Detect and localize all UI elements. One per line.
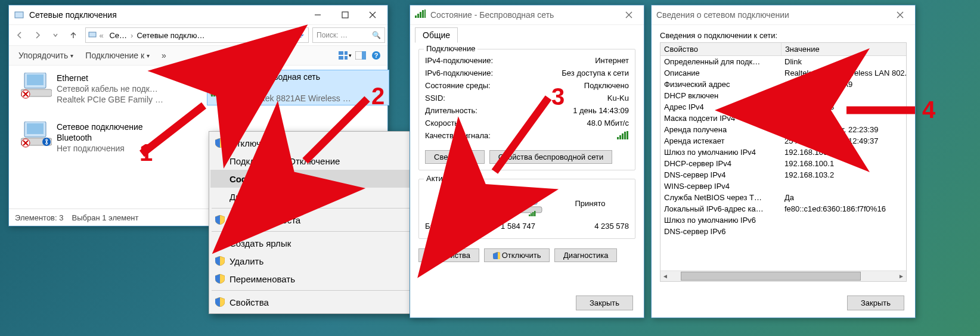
menu-disable[interactable]: Отключить	[210, 134, 431, 152]
disconnected-x-icon	[21, 89, 30, 99]
maximize-button[interactable]	[331, 6, 359, 24]
col-value[interactable]: Значение	[781, 43, 906, 55]
prop-value: Да	[781, 192, 906, 203]
adapter-icon	[21, 122, 52, 147]
close-button[interactable]	[359, 6, 386, 24]
diagnostics-button[interactable]: Диагностика	[554, 248, 617, 262]
prop-value: Dlink	[781, 56, 906, 67]
prop-value: 192.168.100.1	[781, 147, 906, 158]
connection-item-ethernet[interactable]: Ethernet Сетевой кабель не подк… Realtek…	[18, 71, 202, 106]
organize-menu[interactable]: Упорядочить▾	[14, 48, 78, 63]
prop-key: Маска подсети IPv4	[660, 113, 781, 124]
table-row[interactable]: DNS-сервер IPv6	[660, 226, 906, 237]
wireless-properties-button[interactable]: Свойства беспроводной сети	[489, 150, 612, 164]
col-property[interactable]: Свойство	[660, 43, 781, 55]
prop-key: Описание	[660, 67, 781, 79]
close-button[interactable]	[886, 6, 914, 24]
signal-bars-icon	[415, 10, 426, 20]
menu-rename[interactable]: Переименовать	[210, 270, 431, 288]
prop-value: 255.255.255.0	[781, 113, 906, 124]
close-button[interactable]	[615, 6, 643, 24]
refresh-icon[interactable]: ⟳	[297, 31, 304, 40]
table-row[interactable]: Определенный для подк…Dlink	[660, 56, 906, 67]
table-row[interactable]: ОписаниеRealtek 8821AE Wireless LAN 802.…	[660, 67, 906, 79]
horizontal-scrollbar[interactable]: ◄ ►	[660, 270, 906, 281]
prop-value: Да	[781, 90, 906, 101]
shield-icon	[215, 297, 225, 307]
table-row[interactable]: Маска подсети IPv4255.255.255.0	[660, 113, 906, 124]
menu-bridge[interactable]: Настройка моста	[210, 211, 431, 229]
table-row[interactable]: Шлюз по умолчанию IPv6	[660, 214, 906, 226]
action-buttons: Свойства Отключить Диагностика	[418, 247, 635, 262]
item-status: Сетевой кабель не подк…	[57, 83, 163, 94]
chevron-down-icon[interactable]: ˅	[291, 31, 295, 40]
overflow-menu[interactable]: »	[157, 48, 171, 63]
svg-rect-10	[342, 12, 348, 18]
titlebar[interactable]: Состояние - Беспроводная сеть	[410, 5, 644, 25]
scroll-right-icon[interactable]: ►	[897, 273, 906, 279]
window-title: Сетевые подключения	[29, 10, 304, 20]
menu-connect-disconnect[interactable]: Подключение Отключение	[210, 152, 431, 170]
table-row[interactable]: DHCP включенДа	[660, 90, 906, 101]
window-title: Сведения о сетевом подключении	[656, 10, 886, 20]
details-button[interactable]: Сведения...	[425, 150, 485, 164]
prop-key: Служба NetBIOS через T…	[660, 192, 781, 203]
tab-general[interactable]: Общие	[415, 27, 458, 43]
table-row[interactable]: Аренда получена22 января 2019 г. 22:23:3…	[660, 124, 906, 135]
prop-value	[781, 214, 906, 226]
disable-button[interactable]: Отключить	[484, 248, 550, 262]
prop-key: DNS-сервер IPv6	[660, 226, 781, 237]
connection-item-bluetooth[interactable]: Сетевое подклСетевое подключение Bluetoo…	[18, 120, 202, 155]
menu-create-shortcut[interactable]: Создать ярлык	[210, 234, 431, 252]
prop-key: SSID:	[425, 94, 445, 102]
titlebar[interactable]: Сетевые подключения	[9, 5, 387, 25]
crumb-1[interactable]: Се…	[106, 31, 131, 40]
table-row[interactable]: Аренда истекает25 января 2019 г. 12:49:3…	[660, 135, 906, 147]
table-row[interactable]: Шлюз по умолчанию IPv4192.168.100.1	[660, 147, 906, 158]
minimize-button[interactable]	[304, 6, 331, 24]
preview-pane-toggle[interactable]	[354, 49, 367, 62]
svg-rect-13	[345, 51, 348, 55]
scroll-left-icon[interactable]: ◄	[660, 273, 670, 279]
help-button[interactable]: ?	[370, 49, 383, 62]
back-button[interactable]	[11, 27, 28, 43]
table-row[interactable]: Локальный IPv6-адрес ка…fe80::c1ed:6360:…	[660, 203, 906, 214]
table-row[interactable]: Служба NetBIOS через T…Да	[660, 192, 906, 203]
menu-diagnostics[interactable]: Диагностика	[210, 188, 431, 206]
table-row[interactable]: DHCP-сервер IPv4192.168.100.1	[660, 158, 906, 169]
table-row[interactable]: WINS-сервер IPv4	[660, 181, 906, 192]
close-button[interactable]: Закрыть	[847, 295, 904, 310]
signal-bars-icon	[211, 88, 222, 97]
adapter-icon	[210, 71, 241, 97]
menu-delete[interactable]: Удалить	[210, 252, 431, 270]
svg-rect-17	[362, 51, 366, 60]
search-box[interactable]: Поиск: … 🔍	[312, 27, 385, 43]
prop-value: 192.168.100.8	[781, 101, 906, 113]
connect-to-menu[interactable]: Подключение к▾	[80, 48, 154, 63]
crumb-2[interactable]: Сетевые подклю…	[133, 31, 208, 40]
table-row[interactable]: Физический адрес60-14-B3-A9-B7-A9	[660, 79, 906, 90]
item-ssid: Ku-Ku	[246, 82, 351, 93]
address-bar[interactable]: « Се… › Сетевые подклю… ˅ ⟳	[85, 27, 309, 43]
table-row[interactable]: Адрес IPv4192.168.100.8	[660, 101, 906, 113]
table-row[interactable]: DNS-сервер IPv4192.168.103.2	[660, 169, 906, 181]
menu-status[interactable]: Состояние	[210, 170, 431, 188]
view-dropdown[interactable]: ▾	[339, 49, 352, 62]
prop-key: IPv4-подключение:	[425, 56, 493, 65]
forward-button[interactable]	[29, 27, 46, 43]
scrollbar-thumb[interactable]	[681, 272, 861, 281]
close-button[interactable]: Закрыть	[576, 295, 633, 310]
svg-rect-11	[89, 32, 96, 37]
prop-key: Шлюз по умолчанию IPv4	[660, 147, 781, 158]
up-button[interactable]	[65, 27, 82, 43]
adapter-icon	[21, 73, 52, 98]
menu-properties[interactable]: Свойства	[210, 293, 431, 311]
properties-button[interactable]: Свойства	[418, 248, 479, 262]
connection-item-wireless[interactable]: Беспроводная сеть Ku-Ku Realtek 8821AE W…	[207, 70, 389, 105]
shield-icon	[215, 138, 225, 148]
prop-value: 192.168.103.2	[781, 169, 906, 181]
titlebar[interactable]: Сведения о сетевом подключении	[652, 5, 915, 25]
prop-value	[781, 226, 906, 237]
recent-dropdown[interactable]	[47, 27, 64, 43]
window-icon	[14, 10, 24, 20]
